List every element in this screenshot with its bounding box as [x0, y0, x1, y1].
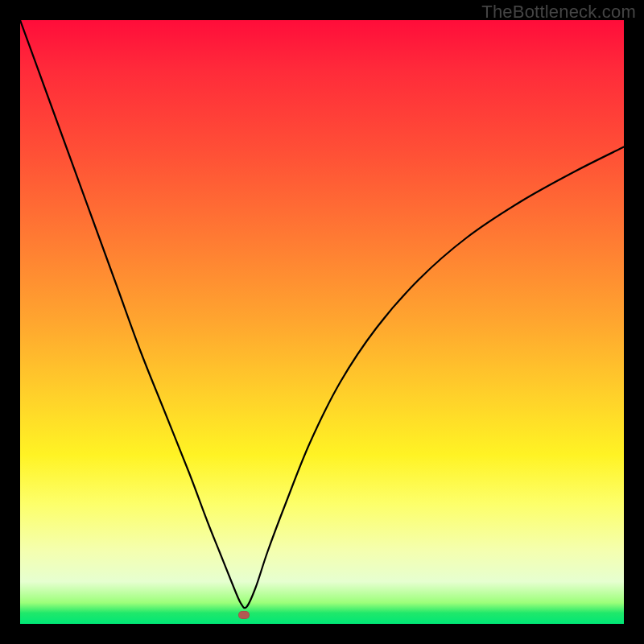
chart-frame: TheBottleneck.com: [0, 0, 644, 644]
optimal-marker: [238, 611, 250, 619]
plot-area: [20, 20, 624, 624]
watermark-text: TheBottleneck.com: [481, 2, 636, 23]
bottleneck-curve: [20, 20, 624, 624]
